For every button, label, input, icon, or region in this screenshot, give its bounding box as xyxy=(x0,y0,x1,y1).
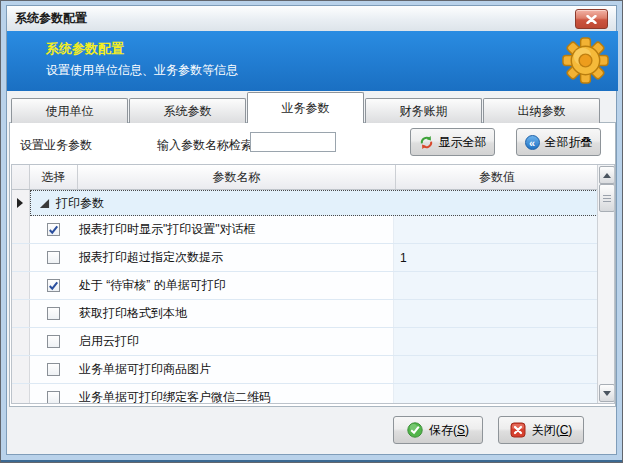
current-row-arrow-icon xyxy=(17,198,23,208)
checkbox-box[interactable] xyxy=(47,307,60,320)
checkbox-box[interactable] xyxy=(47,279,60,292)
param-checkbox[interactable] xyxy=(30,272,77,299)
param-checkbox[interactable] xyxy=(30,384,77,403)
vertical-scrollbar[interactable] xyxy=(597,165,614,403)
collapse-all-button[interactable]: « 全部折叠 xyxy=(516,128,601,156)
tab-item[interactable]: 系统参数 xyxy=(129,98,246,123)
window-close-button[interactable] xyxy=(575,9,608,29)
param-checkbox[interactable] xyxy=(30,244,77,271)
group-expanded-icon[interactable] xyxy=(39,198,50,209)
tab-item[interactable]: 使用单位 xyxy=(11,98,128,123)
group-row-print-params[interactable]: 打印参数 xyxy=(12,190,598,216)
double-chevron-left-icon: « xyxy=(525,135,540,150)
save-check-icon xyxy=(407,422,423,438)
param-value[interactable] xyxy=(394,300,598,327)
close-x-square-icon xyxy=(510,422,526,438)
checkbox-box[interactable] xyxy=(47,251,60,264)
page-title: 系统参数配置 xyxy=(46,40,124,58)
scroll-up-button[interactable] xyxy=(599,166,615,184)
param-value[interactable]: 1 xyxy=(394,244,598,271)
gear-icon xyxy=(562,37,609,84)
system-parameter-dialog: 系统参数配置 系统参数配置 设置使用单位信息、业务参数等信息 使用单位 系统参数 xyxy=(0,0,623,463)
table-body: 打印参数 报表打印时显示"打印设置"对话框 xyxy=(12,190,598,403)
row-indicator xyxy=(12,190,30,216)
table-row[interactable]: 报表打印时显示"打印设置"对话框 xyxy=(12,216,598,244)
tab-item[interactable]: 财务账期 xyxy=(365,98,482,123)
column-header-param-name[interactable]: 参数名称 xyxy=(78,165,396,189)
scroll-down-button[interactable] xyxy=(599,384,615,402)
param-name: 启用云打印 xyxy=(77,328,394,355)
param-checkbox[interactable] xyxy=(30,216,77,243)
row-indicator xyxy=(12,300,30,327)
param-value[interactable] xyxy=(394,356,598,383)
save-label: 保存(S) xyxy=(429,422,469,439)
checkbox-box[interactable] xyxy=(47,363,60,376)
show-all-button[interactable]: 显示全部 xyxy=(410,128,495,156)
checkbox-box[interactable] xyxy=(47,391,60,403)
param-name: 处于 “待审核” 的单据可打印 xyxy=(77,272,394,299)
page-header: 系统参数配置 设置使用单位信息、业务参数等信息 xyxy=(7,31,618,91)
scrollbar-thumb[interactable] xyxy=(599,184,615,212)
save-button[interactable]: 保存(S) xyxy=(393,416,483,444)
tab-item[interactable]: 业务参数 xyxy=(247,92,364,123)
table-row[interactable]: 报表打印超过指定次数提示 1 xyxy=(12,244,598,272)
collapse-all-label: 全部折叠 xyxy=(545,134,593,151)
param-value[interactable] xyxy=(394,384,598,403)
param-name: 报表打印时显示"打印设置"对话框 xyxy=(77,216,394,243)
param-value[interactable] xyxy=(394,328,598,355)
row-indicator xyxy=(12,356,30,383)
check-icon xyxy=(48,225,59,235)
tab-label: 系统参数 xyxy=(164,104,212,118)
table-row[interactable]: 处于 “待审核” 的单据可打印 xyxy=(12,272,598,300)
table-row[interactable]: 业务单据可打印商品图片 xyxy=(12,356,598,384)
parameter-table: 选择 参数名称 参数值 打印参数 xyxy=(11,164,615,404)
up-arrow-icon xyxy=(603,173,611,178)
param-checkbox[interactable] xyxy=(30,300,77,327)
close-button[interactable]: 关闭(C) xyxy=(498,416,584,444)
param-name: 业务单据可打印商品图片 xyxy=(77,356,394,383)
row-indicator xyxy=(12,384,30,403)
table-row[interactable]: 业务单据可打印绑定客户微信二维码 xyxy=(12,384,598,403)
close-x-icon xyxy=(586,15,597,24)
business-params-panel: 设置业务参数 输入参数名称检索: 显示全部 « 全部折叠 选择 参数名称 参数值 xyxy=(9,122,616,407)
param-name: 报表打印超过指定次数提示 xyxy=(77,244,394,271)
show-all-label: 显示全部 xyxy=(439,134,487,151)
refresh-icon xyxy=(419,135,434,150)
param-checkbox[interactable] xyxy=(30,356,77,383)
column-header-param-value[interactable]: 参数值 xyxy=(396,165,598,189)
param-value[interactable] xyxy=(394,272,598,299)
check-icon xyxy=(48,281,59,291)
tab-label: 出纳参数 xyxy=(518,104,566,118)
table-row[interactable]: 启用云打印 xyxy=(12,328,598,356)
group-cell[interactable]: 打印参数 xyxy=(30,190,598,216)
checkbox-box[interactable] xyxy=(47,223,60,236)
param-name: 业务单据可打印绑定客户微信二维码 xyxy=(77,384,394,403)
search-input[interactable] xyxy=(250,132,336,152)
row-indicator xyxy=(12,272,30,299)
column-header-select[interactable]: 选择 xyxy=(30,165,78,189)
page-subtitle: 设置使用单位信息、业务参数等信息 xyxy=(46,62,238,79)
tab-label: 使用单位 xyxy=(46,104,94,118)
header-indicator-cell xyxy=(12,165,30,189)
row-indicator xyxy=(12,216,30,243)
tab-item[interactable]: 出纳参数 xyxy=(483,98,600,123)
tab-label: 业务参数 xyxy=(282,101,330,115)
tab-label: 财务账期 xyxy=(400,104,448,118)
tab-bar: 使用单位 系统参数 业务参数 财务账期 出纳参数 xyxy=(11,93,601,123)
search-label: 输入参数名称检索: xyxy=(157,137,256,154)
section-label: 设置业务参数 xyxy=(20,137,92,154)
title-bar[interactable]: 系统参数配置 xyxy=(7,6,616,31)
close-label: 关闭(C) xyxy=(532,422,573,439)
down-arrow-icon xyxy=(603,391,611,396)
checkbox-box[interactable] xyxy=(47,335,60,348)
table-header: 选择 参数名称 参数值 xyxy=(12,165,598,190)
row-indicator xyxy=(12,244,30,271)
param-value[interactable] xyxy=(394,216,598,243)
window-title: 系统参数配置 xyxy=(15,10,87,27)
param-checkbox[interactable] xyxy=(30,328,77,355)
group-label: 打印参数 xyxy=(56,195,104,212)
table-row[interactable]: 获取打印格式到本地 xyxy=(12,300,598,328)
param-name: 获取打印格式到本地 xyxy=(77,300,394,327)
row-indicator xyxy=(12,328,30,355)
row-list: 报表打印时显示"打印设置"对话框 报表打印超过指定次数提示 1 xyxy=(12,216,598,403)
